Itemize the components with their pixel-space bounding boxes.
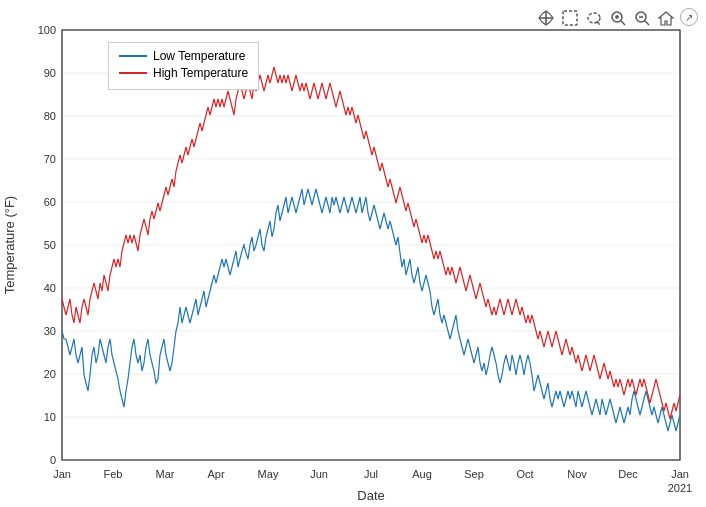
svg-text:Date: Date	[357, 488, 384, 503]
svg-text:60: 60	[44, 196, 56, 208]
svg-text:90: 90	[44, 67, 56, 79]
svg-text:2021: 2021	[668, 482, 692, 494]
svg-text:20: 20	[44, 368, 56, 380]
svg-text:30: 30	[44, 325, 56, 337]
svg-text:50: 50	[44, 239, 56, 251]
chart-container: ↗ 0 10 20 30 40 50 60 70 80 90 100 Tempe…	[0, 0, 706, 507]
chart-legend: Low Temperature High Temperature	[108, 42, 259, 90]
legend-high-temp: High Temperature	[119, 66, 248, 80]
svg-text:80: 80	[44, 110, 56, 122]
chart-svg: 0 10 20 30 40 50 60 70 80 90 100 Tempera…	[0, 0, 706, 507]
legend-high-line	[119, 72, 147, 74]
svg-text:100: 100	[38, 24, 56, 36]
svg-text:Feb: Feb	[104, 468, 123, 480]
svg-text:Jan: Jan	[53, 468, 71, 480]
svg-text:Jan: Jan	[671, 468, 689, 480]
svg-text:Mar: Mar	[156, 468, 175, 480]
svg-text:70: 70	[44, 153, 56, 165]
svg-text:10: 10	[44, 411, 56, 423]
svg-text:Aug: Aug	[412, 468, 432, 480]
legend-high-label: High Temperature	[153, 66, 248, 80]
svg-text:Apr: Apr	[207, 468, 224, 480]
svg-text:Temperature (°F): Temperature (°F)	[2, 196, 17, 294]
svg-text:0: 0	[50, 454, 56, 466]
svg-text:Oct: Oct	[516, 468, 533, 480]
legend-low-line	[119, 55, 147, 57]
svg-text:Jun: Jun	[310, 468, 328, 480]
legend-low-label: Low Temperature	[153, 49, 246, 63]
svg-text:May: May	[258, 468, 279, 480]
legend-low-temp: Low Temperature	[119, 49, 248, 63]
svg-text:Dec: Dec	[618, 468, 638, 480]
svg-text:40: 40	[44, 282, 56, 294]
svg-text:Nov: Nov	[567, 468, 587, 480]
svg-text:Sep: Sep	[464, 468, 484, 480]
svg-text:Jul: Jul	[364, 468, 378, 480]
